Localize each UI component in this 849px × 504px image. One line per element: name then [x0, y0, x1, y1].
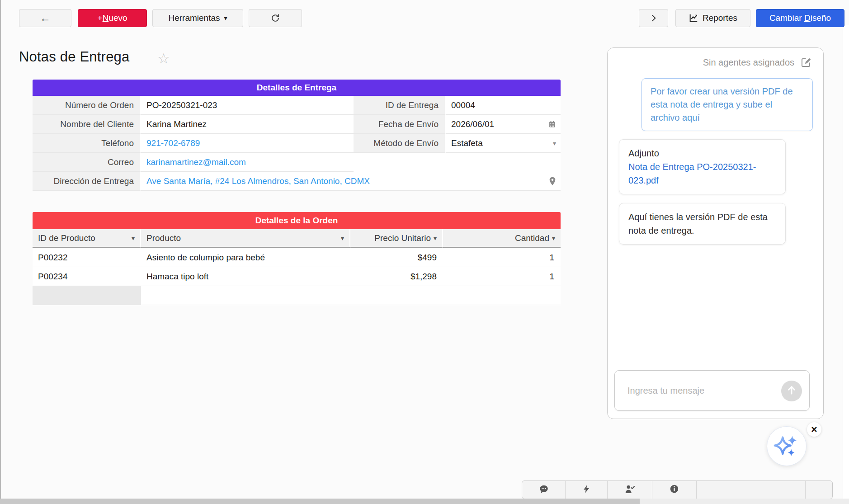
- plus-icon: +: [97, 13, 102, 23]
- ai-assistant-button[interactable]: [767, 426, 807, 466]
- column-header-quantity[interactable]: Cantidad ▾: [443, 229, 561, 248]
- favorite-star-icon[interactable]: ☆: [157, 50, 170, 67]
- quantity-cell: 1: [443, 267, 561, 286]
- address-label: Dirección de Entrega: [33, 172, 141, 191]
- delivery-row-3: Teléfono 921-702-6789 Método de Envío Es…: [33, 134, 561, 153]
- dropdown-caret-icon[interactable]: ▾: [553, 140, 556, 147]
- product-cell: Asiento de columpio para bebé: [141, 248, 350, 267]
- tools-menu-button[interactable]: Herramientas ▾: [152, 9, 243, 27]
- assigned-user-tab[interactable]: [608, 481, 652, 499]
- ship-method-value: Estafeta: [451, 138, 483, 148]
- window-left-edge: [0, 0, 1, 504]
- send-button[interactable]: [781, 381, 802, 401]
- column-label: Producto: [146, 233, 181, 243]
- client-name-field[interactable]: Karina Martinez: [141, 115, 354, 134]
- reports-label: Reportes: [703, 13, 737, 23]
- app-window: ← +Nuevo Herramientas ▾ Reportes Cambiar…: [0, 0, 849, 504]
- product-id-cell: P00232: [33, 248, 141, 267]
- back-arrow-icon: ←: [40, 12, 51, 24]
- bottom-bar-end[interactable]: [806, 481, 832, 499]
- ship-date-field[interactable]: 2026/06/01: [446, 115, 561, 134]
- comments-tab[interactable]: [522, 481, 566, 499]
- table-row[interactable]: P00234 Hamaca tipo loft $1,298 1: [33, 267, 561, 286]
- email-link[interactable]: karinamartinez@mail.com: [146, 157, 246, 167]
- unit-price-cell: $499: [350, 248, 443, 267]
- ship-date-value: 2026/06/01: [451, 119, 494, 129]
- next-record-button[interactable]: [639, 9, 668, 27]
- arrow-up-icon: [786, 384, 797, 398]
- delivery-row-4: Correo karinamartinez@mail.com: [33, 153, 561, 172]
- design-label-initial: D: [804, 13, 811, 23]
- delivery-details-header: Detalles de Entrega: [33, 80, 561, 96]
- client-name-label: Nombre del Cliente: [33, 115, 141, 134]
- new-record-button[interactable]: +Nuevo: [78, 9, 147, 27]
- ship-date-label: Fecha de Envío: [354, 115, 446, 134]
- unit-price-cell: $1,298: [350, 267, 443, 286]
- sparkles-icon: [772, 431, 801, 462]
- attachment-file-link[interactable]: Nota de Entrega PO-20250321-023.pdf: [628, 162, 756, 185]
- no-agents-text: Sin agentes asignados: [703, 57, 794, 68]
- phone-link[interactable]: 921-702-6789: [146, 138, 200, 148]
- delivery-id-field: 00004: [446, 96, 561, 115]
- edit-agents-icon[interactable]: [801, 57, 811, 68]
- close-assistant-button[interactable]: ×: [807, 422, 821, 437]
- order-number-field[interactable]: PO-20250321-023: [141, 96, 354, 115]
- sort-caret-icon[interactable]: ▾: [552, 235, 555, 242]
- back-button[interactable]: ←: [19, 9, 71, 27]
- empty-cell: [354, 153, 446, 172]
- new-button-label-initial: N: [103, 13, 109, 23]
- ship-method-label: Método de Envío: [354, 134, 446, 153]
- actions-tab[interactable]: [566, 481, 608, 499]
- column-header-unit-price[interactable]: Precio Unitario ▾: [350, 229, 443, 248]
- sort-caret-icon[interactable]: ▾: [132, 235, 135, 242]
- delivery-row-2: Nombre del Cliente Karina Martinez Fecha…: [33, 115, 561, 134]
- message-input-container: [614, 370, 810, 411]
- order-details-table: Detalles de la Orden ID de Producto ▾ Pr…: [33, 212, 561, 305]
- chevron-right-icon: [649, 14, 658, 23]
- delivery-details-table: Detalles de Entrega Número de Orden PO-2…: [33, 80, 561, 191]
- design-label: iseño: [811, 13, 831, 23]
- reports-button[interactable]: Reportes: [675, 9, 750, 27]
- sort-caret-icon[interactable]: ▾: [434, 235, 437, 242]
- phone-label: Teléfono: [33, 134, 141, 153]
- column-header-product-id[interactable]: ID de Producto ▾: [33, 229, 141, 248]
- bottom-bar-spacer[interactable]: [697, 481, 806, 499]
- attachment-label: Adjunto: [628, 146, 776, 160]
- sort-caret-icon[interactable]: ▾: [341, 235, 344, 242]
- info-tab[interactable]: [652, 481, 697, 499]
- lightning-bolt-icon: [582, 484, 591, 496]
- empty-gray-cell: [33, 286, 141, 305]
- column-label: Precio Unitario: [374, 233, 431, 243]
- change-design-button[interactable]: Cambiar Diseño: [756, 9, 844, 27]
- vertical-scrollbar-track[interactable]: [843, 25, 849, 504]
- delivery-id-label: ID de Entrega: [354, 96, 446, 115]
- calendar-icon[interactable]: [548, 120, 556, 128]
- phone-field: 921-702-6789: [141, 134, 354, 153]
- ship-method-field[interactable]: Estafeta ▾: [446, 134, 561, 153]
- page-title: Notas de Entrega: [19, 49, 129, 65]
- quantity-cell: 1: [443, 248, 561, 267]
- horizontal-scrollbar-thumb[interactable]: [0, 499, 640, 504]
- chevron-down-icon: ▾: [224, 14, 227, 22]
- column-header-product[interactable]: Producto ▾: [141, 229, 350, 248]
- delivery-row-1: Número de Orden PO-20250321-023 ID de En…: [33, 96, 561, 115]
- location-pin-icon[interactable]: [549, 177, 556, 186]
- tools-label: Herramientas: [168, 13, 220, 23]
- assistant-reply-card: Aquí tienes la versión PDF de esta nota …: [619, 203, 786, 245]
- agents-status-row: Sin agentes asignados: [703, 57, 811, 68]
- close-icon: ×: [811, 424, 817, 435]
- empty-cell: [446, 153, 561, 172]
- order-number-label: Número de Orden: [33, 96, 141, 115]
- delivery-row-5: Dirección de Entrega Ave Santa María, #2…: [33, 172, 561, 191]
- attachment-card: Adjunto Nota de Entrega PO-20250321-023.…: [619, 139, 786, 194]
- address-field: Ave Santa María, #24 Los Almendros, San …: [141, 172, 561, 191]
- horizontal-scrollbar-track[interactable]: [0, 499, 849, 504]
- message-input[interactable]: [615, 371, 809, 410]
- new-button-label: uevo: [108, 13, 127, 23]
- refresh-button[interactable]: [249, 9, 302, 27]
- design-label-pre: Cambiar: [769, 13, 804, 23]
- bottom-action-bar: [522, 480, 833, 499]
- address-link[interactable]: Ave Santa María, #24 Los Almendros, San …: [146, 176, 370, 186]
- refresh-icon: [270, 13, 280, 23]
- table-row[interactable]: P00232 Asiento de columpio para bebé $49…: [33, 248, 561, 267]
